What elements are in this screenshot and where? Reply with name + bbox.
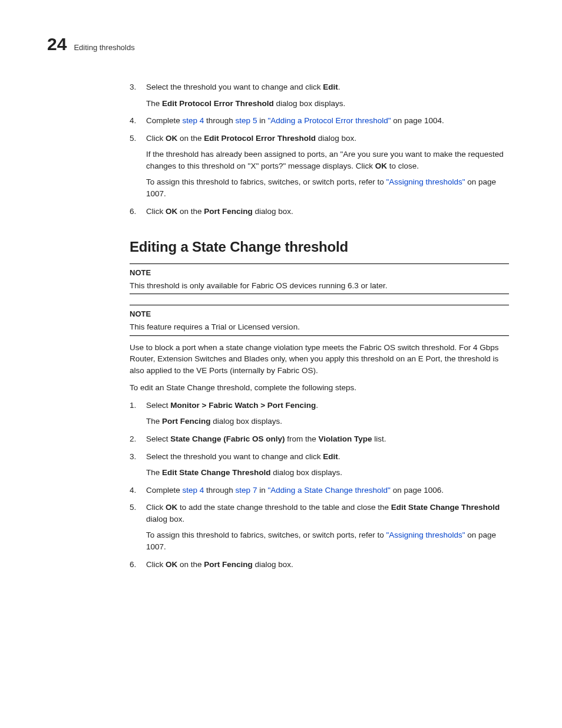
note-label-1: NOTE xyxy=(130,268,509,279)
b-step-6: Click OK on the Port Fencing dialog box. xyxy=(130,559,509,571)
ui-ok: OK xyxy=(166,134,177,143)
list-name: Violation Type xyxy=(319,434,372,443)
xref-step4[interactable]: step 4 xyxy=(183,116,204,125)
running-header: 24 Editing thresholds xyxy=(47,35,515,53)
chapter-number: 24 xyxy=(47,35,67,53)
menu-path: Monitor > Fabric Watch > Port Fencing xyxy=(170,401,316,410)
dialog-name: Edit State Change Threshold xyxy=(391,503,500,512)
xref-step7b[interactable]: step 7 xyxy=(236,486,257,495)
ui-edit: Edit xyxy=(323,452,338,461)
step-5: Click OK on the Edit Protocol Error Thre… xyxy=(130,133,509,200)
xref-assigning-thresholds[interactable]: "Assigning thresholds" xyxy=(386,177,465,186)
b-step-5: Click OK to add the state change thresho… xyxy=(130,502,509,552)
note-body-2: This feature requires a Trial or License… xyxy=(130,321,509,333)
b-step-1: Select Monitor > Fabric Watch > Port Fen… xyxy=(130,400,509,427)
ui-ok: OK xyxy=(166,560,177,569)
dialog-name: Port Fencing xyxy=(204,560,253,569)
dialog-name: Port Fencing xyxy=(204,207,253,216)
step-4: Complete step 4 through step 5 in "Addin… xyxy=(130,115,509,127)
section-heading: Editing a State Change threshold xyxy=(130,237,509,258)
step-3: Select the threshold you want to change … xyxy=(130,81,509,109)
step-5-p1: If the threshold has already been assign… xyxy=(146,149,509,172)
step-3-sub: The Edit Protocol Error Threshold dialog… xyxy=(146,98,509,110)
intro-para-1: Use to block a port when a state change … xyxy=(130,342,509,377)
procedure-steps-b: Select Monitor > Fabric Watch > Port Fen… xyxy=(130,400,509,570)
note-rule-bottom-1 xyxy=(130,294,509,294)
step-6: Click OK on the Port Fencing dialog box. xyxy=(130,206,509,218)
ui-ok: OK xyxy=(166,503,177,512)
xref-step4b[interactable]: step 4 xyxy=(183,486,204,495)
chapter-title: Editing thresholds xyxy=(74,43,134,52)
note-body-1: This threshold is only available for Fab… xyxy=(130,280,509,292)
step-5-p2: To assign this threshold to fabrics, swi… xyxy=(146,176,509,199)
xref-assigning-thresholds-b[interactable]: "Assigning thresholds" xyxy=(386,531,465,539)
xref-adding-protocol-error[interactable]: "Adding a Protocol Error threshold" xyxy=(267,116,391,125)
ui-ok: OK xyxy=(375,162,387,170)
note-rule-top-1 xyxy=(130,263,509,264)
period: . xyxy=(338,83,340,91)
step-text: Select the threshold you want to change … xyxy=(146,83,323,91)
option-name: State Change (Fabric OS only) xyxy=(170,434,285,443)
dialog-name: Edit State Change Threshold xyxy=(162,468,271,477)
ui-ok: OK xyxy=(166,207,177,216)
page: 24 Editing thresholds Select the thresho… xyxy=(0,0,562,611)
b-step-5-p2: To assign this threshold to fabrics, swi… xyxy=(146,529,509,552)
spacer xyxy=(130,297,509,302)
procedure-steps-a: Select the threshold you want to change … xyxy=(130,81,509,217)
b-step-2: Select State Change (Fabric OS only) fro… xyxy=(130,433,509,445)
ui-edit: Edit xyxy=(323,83,338,91)
xref-adding-state-change[interactable]: "Adding a State Change threshold" xyxy=(267,486,390,495)
b-step-3: Select the threshold you want to change … xyxy=(130,451,509,479)
dialog-name: Edit Protocol Error Threshold xyxy=(204,134,316,143)
xref-step5[interactable]: step 5 xyxy=(236,116,257,125)
body-content: Select the threshold you want to change … xyxy=(130,81,509,570)
note-rule-top-2 xyxy=(130,305,509,305)
intro-para-2: To edit an State Change threshold, compl… xyxy=(130,382,509,394)
note-rule-bottom-2 xyxy=(130,335,509,336)
b-step-1-sub: The Port Fencing dialog box displays. xyxy=(146,416,509,427)
dialog-name: Edit Protocol Error Threshold xyxy=(162,99,274,108)
dialog-name: Port Fencing xyxy=(162,417,211,426)
b-step-4: Complete step 4 through step 7 in "Addin… xyxy=(130,485,509,496)
b-step-3-sub: The Edit State Change Threshold dialog b… xyxy=(146,467,509,479)
note-label-2: NOTE xyxy=(130,309,509,320)
